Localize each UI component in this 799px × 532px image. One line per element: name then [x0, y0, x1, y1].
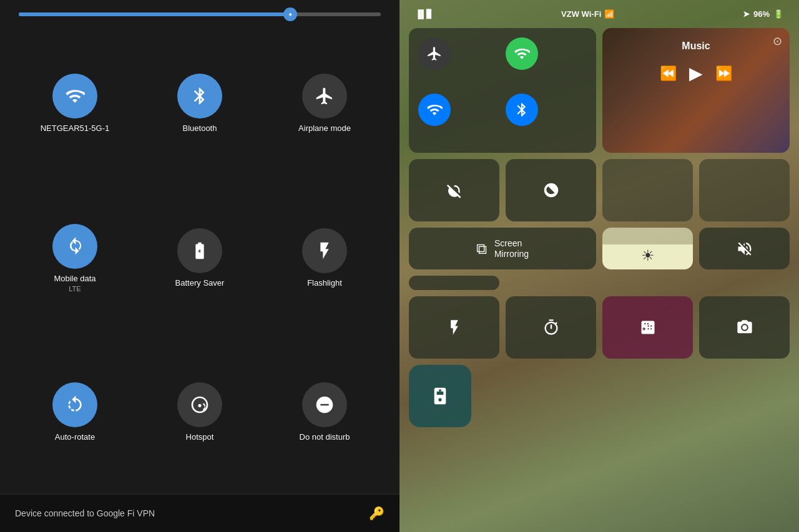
ios-status-bar: ▐▌▊ VZW Wi-Fi 📶 ➤ 96% 🔋: [409, 9, 790, 22]
ios-music-tile[interactable]: ⊙ Music ⏪ ▶ ⏩: [602, 28, 790, 153]
tile-hotspot[interactable]: Hotspot: [137, 337, 262, 488]
ios-status-left: ▐▌▊: [415, 9, 433, 19]
ios-rewind-button[interactable]: ⏪: [660, 65, 677, 82]
airplane-icon-bg: [302, 74, 347, 118]
ios-dnd-icon: [542, 181, 561, 200]
airplane-label: Airplane mode: [298, 123, 351, 134]
ios-volume-tile[interactable]: [409, 276, 499, 290]
ios-flashlight-icon: [446, 319, 463, 336]
tile-mobile-data[interactable]: Mobile data LTE: [12, 179, 137, 338]
ios-music-controls: ⏪ ▶ ⏩: [612, 63, 780, 84]
ios-screen-mirroring-label: ScreenMirroring: [494, 238, 529, 259]
auto-rotate-icon: [65, 395, 85, 415]
wifi-icon: [65, 86, 85, 106]
hotspot-label: Hotspot: [186, 432, 214, 443]
battery-saver-icon-bg: [177, 228, 222, 273]
ios-airplane-icon: [426, 46, 443, 62]
mobile-data-sublabel: LTE: [69, 285, 81, 293]
battery-saver-label: Battery Saver: [175, 278, 225, 289]
location-icon: ➤: [743, 9, 750, 19]
ios-mute-tile[interactable]: [699, 228, 790, 269]
ios-flashlight-tile[interactable]: [409, 296, 499, 359]
vpn-status-text: Device connected to Google Fi VPN: [15, 508, 155, 518]
flashlight-icon: [315, 241, 335, 261]
ios-airplay-icon[interactable]: ⊙: [773, 34, 782, 48]
ios-wifi-icon: [426, 102, 443, 118]
tile-auto-rotate[interactable]: Auto-rotate: [12, 337, 137, 488]
ios-wifi-button[interactable]: [418, 94, 451, 126]
ios-mute-icon: [736, 240, 753, 258]
ios-music-title: Music: [612, 36, 780, 57]
signal-bars-icon: ▐▌▊: [415, 9, 433, 19]
auto-rotate-label: Auto-rotate: [55, 432, 95, 443]
ios-rotation-lock-icon: [445, 181, 464, 200]
ios-connectivity-tile: [409, 28, 596, 153]
flashlight-icon-bg: [302, 228, 347, 273]
ios-screen-mirroring-tile[interactable]: ⧉ ScreenMirroring: [409, 228, 596, 269]
ios-brightness-tile[interactable]: ☀: [602, 228, 693, 269]
ios-carrier-wifi: VZW Wi-Fi 📶: [561, 9, 614, 19]
battery-percent: 96%: [753, 9, 770, 19]
ios-rotation-lock-tile[interactable]: [409, 159, 499, 221]
ios-status-right: ➤ 96% 🔋: [743, 9, 783, 19]
wifi-status-icon: 📶: [604, 9, 614, 19]
wifi-label: NETGEAR51-5G-1: [41, 123, 110, 134]
ios-tile-empty-2[interactable]: [699, 159, 790, 221]
android-bottom-bar: Device connected to Google Fi VPN 🔑: [0, 494, 400, 532]
airplane-icon: [315, 86, 335, 106]
svg-point-0: [742, 325, 747, 329]
ios-bottom-row: [409, 296, 790, 359]
ios-camera-icon: [736, 319, 753, 336]
dnd-icon-bg: [302, 382, 347, 427]
brightness-row: [0, 0, 400, 22]
ios-hotspot-button[interactable]: [506, 37, 538, 70]
ios-camera-tile[interactable]: [699, 296, 790, 359]
vpn-key-icon[interactable]: 🔑: [369, 506, 385, 521]
tile-wifi[interactable]: NETGEAR51-5G-1: [12, 29, 137, 179]
ios-top-row: ⊙ Music ⏪ ▶ ⏩: [409, 28, 790, 153]
bluetooth-icon-bg: [177, 74, 222, 118]
ios-remote-icon: [430, 386, 450, 406]
quick-settings-grid: NETGEAR51-5G-1 Bluetooth Airplane mode: [0, 22, 400, 494]
bluetooth-label: Bluetooth: [183, 123, 217, 134]
tile-flashlight[interactable]: Flashlight: [262, 179, 387, 338]
ios-control-center: ▐▌▊ VZW Wi-Fi 📶 ➤ 96% 🔋: [400, 0, 799, 532]
ios-screen-mirroring-icon: ⧉: [476, 240, 487, 258]
ios-timer-tile[interactable]: [506, 296, 596, 359]
brightness-fill: [19, 12, 290, 16]
bluetooth-icon: [190, 86, 210, 106]
battery-icon: 🔋: [773, 9, 783, 19]
tile-bluetooth[interactable]: Bluetooth: [137, 29, 262, 179]
brightness-thumb[interactable]: [283, 7, 297, 21]
dnd-icon: [315, 395, 335, 415]
brightness-slider[interactable]: [19, 12, 381, 16]
ios-calculator-icon: [639, 319, 657, 336]
ios-bt-icon: [514, 102, 530, 118]
ios-fastforward-button[interactable]: ⏩: [715, 65, 732, 82]
mobile-data-icon-bg: [52, 224, 97, 269]
hotspot-icon-bg: [177, 382, 222, 427]
ios-bluetooth-button[interactable]: [506, 94, 538, 126]
ios-timer-icon: [542, 319, 560, 336]
ios-dnd-tile[interactable]: [506, 159, 596, 221]
battery-saver-icon: [190, 241, 210, 261]
ios-tile-empty-1[interactable]: [602, 159, 693, 221]
ios-calculator-tile[interactable]: [602, 296, 693, 359]
mobile-data-label: Mobile data: [54, 274, 96, 284]
hotspot-icon: [190, 395, 210, 415]
ios-remote-row: [409, 365, 790, 427]
auto-rotate-icon-bg: [52, 382, 97, 427]
ios-play-button[interactable]: ▶: [689, 63, 703, 84]
android-quick-settings: NETGEAR51-5G-1 Bluetooth Airplane mode: [0, 0, 400, 532]
tile-dnd[interactable]: Do not disturb: [262, 337, 387, 488]
ios-third-row: ⧉ ScreenMirroring ☀: [409, 228, 790, 290]
brightness-track: [19, 12, 381, 16]
tile-airplane[interactable]: Airplane mode: [262, 29, 387, 179]
ios-second-row: [409, 159, 790, 221]
wifi-icon-bg: [52, 74, 97, 118]
ios-hotspot-icon: [514, 46, 530, 62]
tile-battery-saver[interactable]: Battery Saver: [137, 179, 262, 338]
ios-remote-tile[interactable]: [409, 365, 471, 427]
carrier-text: VZW Wi-Fi: [561, 9, 601, 19]
ios-airplane-button[interactable]: [418, 37, 451, 70]
